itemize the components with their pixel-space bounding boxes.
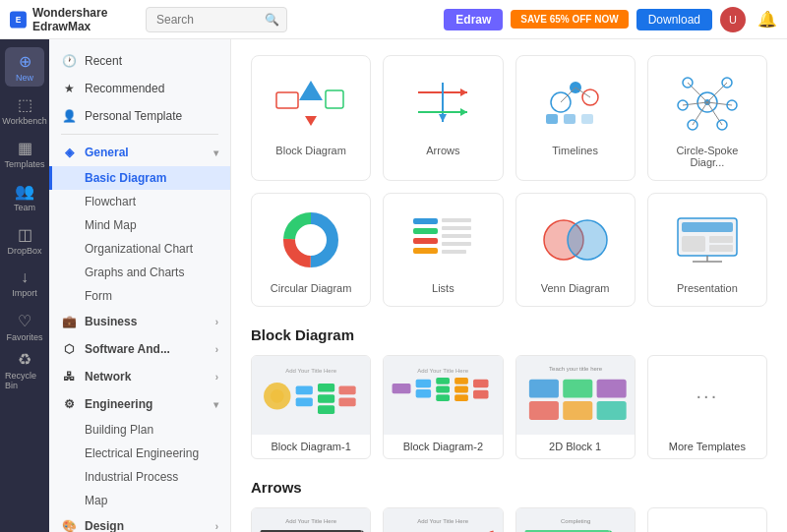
sidebar-item-map[interactable]: Map [49, 489, 230, 512]
engineering-icon: ⚙ [61, 396, 77, 412]
new-icon: ⊕ [19, 52, 31, 71]
sidebar-item-basic-diagram[interactable]: Basic Diagram [49, 166, 230, 190]
save-offer-button[interactable]: SAVE 65% OFF NOW [511, 10, 628, 29]
svg-rect-40 [413, 228, 438, 234]
svg-point-59 [271, 389, 284, 403]
block-2-label: Block Diagram-2 [384, 435, 502, 458]
sidebar-item-mind-map[interactable]: Mind Map [49, 213, 230, 237]
sidebar-item-recent[interactable]: 🕐 Recent [49, 47, 230, 75]
presentation-label: Presentation [677, 282, 738, 294]
engineering-label: Engineering [85, 397, 152, 411]
svg-rect-69 [416, 380, 431, 388]
download-button[interactable]: Download [636, 9, 712, 30]
svg-rect-17 [546, 114, 558, 124]
software-label: Software And... [85, 342, 170, 356]
dropbox-icon: ◫ [18, 225, 32, 244]
sidebar-section-network[interactable]: 🖧 Network › [49, 363, 230, 390]
svg-rect-18 [564, 114, 575, 124]
2d-block-label: 2D Block 1 [516, 435, 635, 458]
svg-rect-80 [528, 380, 558, 398]
svg-rect-43 [442, 218, 471, 222]
edraw-button[interactable]: Edraw [444, 9, 503, 30]
sidebar-section-design[interactable]: 🎨 Design › [49, 512, 230, 532]
template-more-arrows[interactable]: ··· More Templates [647, 507, 767, 532]
svg-line-15 [561, 88, 575, 102]
team-icon: 👥 [15, 182, 34, 201]
template-arrow-3[interactable]: Completing Arrow Template 3 [515, 507, 636, 532]
svg-rect-63 [318, 394, 334, 403]
template-arrow-2[interactable]: Add Your Title Here Arrow Template 2 [383, 507, 503, 532]
rail-item-workbench[interactable]: ⬚ Workbench [5, 90, 44, 130]
sidebar-section-engineering[interactable]: ⚙ Engineering ▾ [49, 390, 230, 418]
venn-label: Venn Diagram [541, 282, 610, 294]
diagram-type-arrows[interactable]: Arrows [383, 55, 503, 181]
diagram-type-timelines[interactable]: Timelines [515, 55, 636, 181]
svg-rect-85 [596, 401, 626, 420]
diagram-type-block[interactable]: Block Diagram [251, 55, 371, 181]
svg-rect-44 [442, 226, 471, 230]
notification-bell-icon[interactable]: 🔔 [757, 10, 777, 29]
presentation-preview [660, 206, 755, 274]
more-arrows-dots: ··· [648, 508, 766, 532]
rail-templates-label: Templates [4, 159, 44, 169]
template-block-1[interactable]: Add Your Title Here Block Diagram-1 [251, 355, 371, 459]
nav-sidebar: 🕐 Recent ★ Recommended 👤 Personal Templa… [49, 39, 231, 532]
more-templates-dots: ··· [648, 356, 766, 435]
block-1-label: Block Diagram-1 [252, 435, 370, 458]
sidebar-section-software[interactable]: ⬡ Software And... › [49, 335, 230, 363]
rail-favorites-label: Favorites [6, 332, 42, 342]
svg-text:Add Your Title Here: Add Your Title Here [285, 368, 336, 374]
rail-item-recycle[interactable]: ♻ Recycle Bin [5, 350, 44, 389]
sidebar-item-org-chart[interactable]: Organizational Chart [49, 237, 230, 261]
sidebar-item-flowchart[interactable]: Flowchart [49, 190, 230, 213]
diagram-type-venn[interactable]: Venn Diagram [515, 193, 636, 307]
template-more-block[interactable]: ··· More Templates [647, 355, 767, 459]
rail-workbench-label: Workbench [2, 116, 46, 126]
diagram-type-lists[interactable]: Lists [383, 193, 503, 307]
sidebar-item-graphs[interactable]: Graphs and Charts [49, 261, 230, 284]
org-chart-label: Organizational Chart [85, 242, 193, 256]
arrows-section-title: Arrows [251, 479, 767, 496]
svg-rect-75 [454, 386, 468, 393]
recommended-icon: ★ [61, 81, 77, 96]
sidebar-section-general[interactable]: ◈ General ▾ [49, 139, 230, 166]
sidebar-section-business[interactable]: 💼 Business › [49, 308, 230, 335]
recycle-icon: ♻ [18, 350, 31, 369]
avatar[interactable]: U [720, 7, 746, 32]
arrows-preview [395, 68, 490, 137]
rail-item-new[interactable]: ⊕ New [5, 47, 44, 87]
template-block-2[interactable]: Add Your Title Here Block Dia [383, 355, 503, 459]
sidebar-item-form[interactable]: Form [49, 284, 230, 308]
sidebar-item-building-plan[interactable]: Building Plan [49, 418, 230, 442]
design-label: Design [85, 519, 124, 532]
sidebar-item-personal-template[interactable]: 👤 Personal Template [49, 102, 230, 130]
circular-preview [264, 206, 358, 274]
diagram-type-presentation[interactable]: Presentation [647, 193, 767, 307]
svg-rect-81 [563, 380, 592, 398]
rail-item-templates[interactable]: ▦ Templates [5, 134, 44, 173]
svg-rect-54 [709, 245, 733, 252]
sidebar-item-industrial[interactable]: Industrial Process [49, 465, 230, 489]
svg-rect-52 [682, 236, 705, 252]
app-logo: E Wondershare EdrawMax [10, 6, 138, 33]
sidebar-item-electrical[interactable]: Electrical Engineering [49, 442, 230, 465]
search-bar[interactable]: 🔍 [146, 7, 287, 32]
template-arrow-1[interactable]: Add Your Title Here Arrow Template 1 [251, 507, 371, 532]
svg-rect-83 [528, 401, 558, 420]
svg-marker-7 [460, 89, 467, 96]
rail-item-team[interactable]: 👥 Team [5, 177, 44, 216]
rail-item-import[interactable]: ↓ Import [5, 264, 44, 303]
rail-item-favorites[interactable]: ♡ Favorites [5, 307, 44, 346]
rail-item-dropbox[interactable]: ◫ DropBox [5, 220, 44, 260]
business-chevron-icon: › [215, 317, 218, 327]
sidebar-item-recommended[interactable]: ★ Recommended [49, 75, 230, 102]
svg-rect-39 [413, 218, 438, 224]
svg-line-27 [707, 102, 722, 125]
more-block-label: More Templates [648, 435, 766, 458]
diagram-type-circle-spoke[interactable]: Circle-Spoke Diagr... [647, 55, 767, 181]
template-2d-block-1[interactable]: Teach your title here 2D Block 1 [515, 355, 636, 459]
diagram-type-circular[interactable]: Circular Diagram [251, 193, 371, 307]
circle-spoke-preview [660, 68, 755, 137]
svg-rect-72 [437, 386, 451, 393]
svg-rect-53 [709, 236, 733, 243]
